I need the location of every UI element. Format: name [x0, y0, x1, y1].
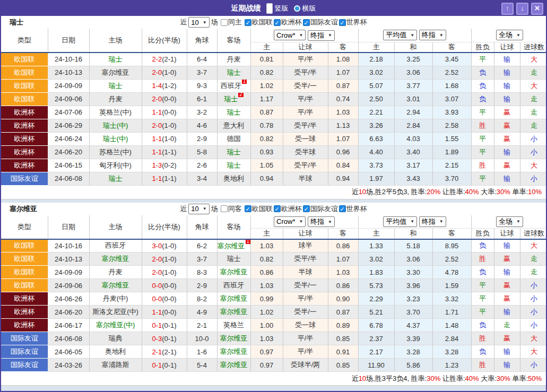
home-team: 瑞士(中) — [89, 119, 142, 132]
odds-stage-select[interactable]: 终指▼ — [308, 30, 335, 41]
odds-source-select[interactable]: Crow*▼ — [274, 216, 306, 227]
scroll-down-button[interactable]: ↓ — [516, 3, 528, 15]
avg-odds-cell: 11.90 — [358, 359, 394, 372]
corner-score: 2-6 — [187, 159, 217, 172]
league-filter-option[interactable]: ✓欧国联 — [245, 18, 273, 27]
layout-horizontal-radio[interactable]: 横版 — [294, 4, 316, 13]
avg-stage-select[interactable]: 终指▼ — [419, 30, 446, 40]
result-cell: 胜 — [471, 159, 494, 172]
match-row: 欧洲杯24-06-17塞尔维亚(中)0-1(0-1)2-1英格兰1.00受一球0… — [1, 319, 547, 332]
same-venue-option[interactable]: 同主 — [221, 18, 242, 27]
odds-cell: 0.96 — [328, 145, 358, 159]
league-checkbox[interactable]: ✓ — [339, 19, 346, 26]
league-filter-option[interactable]: ✓世界杯 — [339, 18, 367, 27]
avg-odds-cell: 3.43 — [394, 172, 432, 185]
league-badge: 欧洲杯 — [1, 145, 48, 159]
avg-odds-cell: 3.70 — [432, 172, 471, 185]
odds-source-select[interactable]: Crow*▼ — [274, 30, 306, 40]
odds-stage-select[interactable]: 终指▼ — [308, 216, 335, 227]
subcol-avg-draw: 和 — [394, 229, 432, 239]
match-count-select[interactable]: 10▼ — [188, 204, 209, 214]
odds-cell: 1.03 — [250, 279, 283, 292]
score-cell: 0-3(0-1) — [142, 332, 187, 345]
odds-cell: 受平/半 — [283, 252, 328, 266]
col-header-type: 类型 — [1, 215, 48, 239]
league-filter-option[interactable]: ✓欧国联 — [245, 204, 273, 214]
odds-cell: 0.84 — [328, 159, 358, 172]
result-cell: 大 — [520, 332, 547, 345]
score-cell: 2-0(1-0) — [142, 252, 187, 266]
match-row: 欧国联24-09-09瑞士1-4(1-2)9-3西班牙11.02受半/一0.87… — [1, 79, 547, 92]
league-checkbox[interactable]: ✓ — [303, 19, 310, 26]
avg-odds-cell: 5.07 — [358, 79, 394, 92]
avg-odds-cell: 3.93 — [432, 106, 471, 119]
corner-score: 2-1 — [187, 319, 217, 332]
avg-odds-cell: 3.77 — [394, 79, 432, 92]
col-header-type: 类型 — [1, 29, 48, 53]
league-filter-option[interactable]: ✓欧洲杯 — [274, 18, 302, 27]
avg-stage-select[interactable]: 终指▼ — [419, 216, 446, 227]
corner-score: 3-7 — [187, 252, 217, 266]
odds-cell: 0.93 — [250, 145, 283, 159]
close-button[interactable]: ✕ — [531, 3, 543, 15]
league-checkbox[interactable]: ✓ — [303, 205, 310, 212]
home-team: 瑞士(中) — [89, 132, 142, 145]
avg-source-select[interactable]: 平均值▼ — [383, 30, 417, 40]
avg-odds-cell: 3.06 — [394, 252, 432, 266]
score-cell: 1-3(0-2) — [142, 159, 187, 172]
odds-cell: 0.86 — [328, 279, 358, 292]
same-venue-option[interactable]: 同客 — [221, 204, 242, 214]
result-cell: 赢 — [494, 132, 520, 145]
rank-badge: 1 — [246, 239, 251, 244]
home-team: 西班牙 — [89, 239, 142, 252]
league-checkbox[interactable]: ✓ — [274, 19, 281, 26]
odds-cell: 半球 — [283, 266, 328, 279]
league-checkbox[interactable]: ✓ — [274, 205, 281, 212]
avg-source-select[interactable]: 平均值▼ — [383, 216, 417, 227]
league-filter-option[interactable]: ✓世界杯 — [339, 204, 367, 214]
result-cell: 输 — [494, 359, 520, 372]
avg-odds-cell: 6.78 — [358, 319, 394, 332]
match-date: 24-06-29 — [48, 119, 89, 132]
result-cell: 小 — [520, 306, 547, 319]
avg-odds-cell: 3.02 — [358, 66, 394, 79]
same-venue-checkbox[interactable] — [221, 19, 228, 26]
league-checkbox[interactable]: ✓ — [245, 19, 251, 26]
scope-select[interactable]: 全场▼ — [496, 216, 523, 227]
league-filter-option[interactable]: ✓国际友谊 — [303, 204, 338, 214]
league-badge: 国际友谊 — [1, 332, 48, 345]
scroll-up-button[interactable]: ↑ — [501, 3, 514, 15]
page-title: 近期战绩 — [231, 4, 261, 13]
home-team: 塞尔维亚(中) — [89, 319, 142, 332]
league-checkbox[interactable]: ✓ — [339, 205, 346, 212]
avg-odds-cell: 3.73 — [358, 159, 394, 172]
odds-cell: 1.13 — [328, 119, 358, 132]
result-cell: 输 — [494, 92, 520, 106]
odds-cell: 0.85 — [328, 332, 358, 345]
layout-vertical-radio[interactable]: 竖版 — [266, 3, 289, 14]
result-cell: 平 — [471, 292, 494, 306]
scope-select[interactable]: 全场▼ — [496, 30, 523, 40]
chevron-down-icon: ▼ — [410, 33, 414, 38]
avg-odds-cell: 3.26 — [358, 119, 394, 132]
league-badge: 欧国联 — [1, 239, 48, 252]
result-cell: 大 — [520, 159, 547, 172]
match-date: 24-10-13 — [48, 66, 89, 79]
chevron-down-icon: ▼ — [410, 219, 414, 224]
league-badge: 欧国联 — [1, 79, 48, 92]
same-venue-checkbox[interactable] — [221, 205, 228, 212]
home-team: 英格兰(中) — [89, 106, 142, 119]
radio-unselected-icon — [294, 5, 300, 12]
match-row: 欧国联24-10-16西班牙3-0(1-0)6-2塞尔维亚11.03球半0.86… — [1, 239, 547, 252]
odds-cell: 0.87 — [328, 79, 358, 92]
league-badge: 国际友谊 — [1, 172, 48, 185]
avg-odds-cell: 3.25 — [394, 53, 432, 66]
match-row: 国际友谊24-06-08瑞士1-1(1-1)3-4奥地利0.94半球0.941.… — [1, 172, 547, 185]
home-team: 丹麦 — [89, 266, 142, 279]
league-checkbox[interactable]: ✓ — [245, 205, 251, 212]
match-count-select[interactable]: 10▼ — [188, 17, 209, 28]
odds-cell: 0.78 — [250, 119, 283, 132]
league-filter-option[interactable]: ✓欧洲杯 — [274, 204, 302, 214]
odds-cell: 平/半 — [283, 53, 328, 66]
league-filter-option[interactable]: ✓国际友谊 — [303, 18, 338, 27]
